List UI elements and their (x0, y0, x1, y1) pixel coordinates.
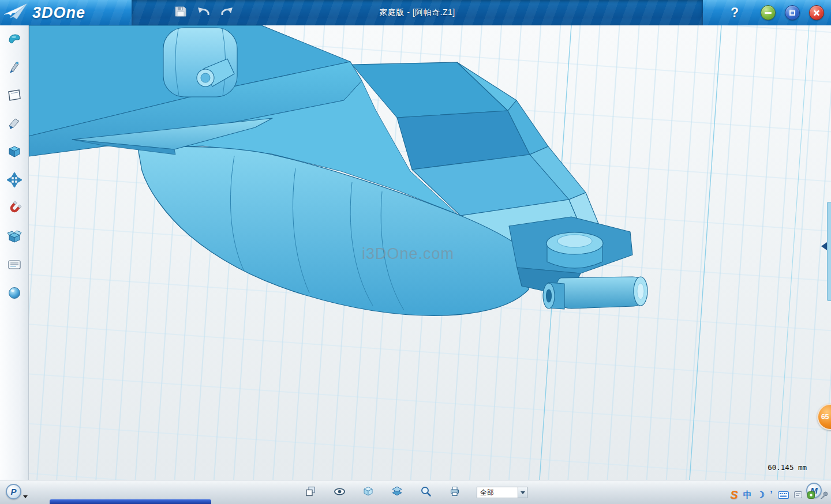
zoom-search-icon (420, 486, 432, 499)
settings-wrench-icon[interactable] (820, 491, 829, 499)
watermark: i3DOne.com (362, 245, 454, 263)
window-title: 家庭版 - [阿帕奇.Z1] (379, 7, 455, 18)
undo-arrow-icon (197, 6, 211, 20)
left-toolbar (0, 25, 29, 480)
sketch-pen-icon (7, 59, 22, 77)
visibility-eye-icon (334, 486, 346, 499)
display-filter-select[interactable]: 全部 (477, 487, 527, 498)
measure-ruler-icon (7, 257, 22, 274)
profile-caret-icon[interactable] (23, 495, 28, 498)
minimize-icon (765, 12, 772, 14)
sidebar-tool-measure[interactable] (6, 258, 23, 273)
material-sphere-icon (7, 285, 22, 303)
move-tool-icon (7, 172, 22, 190)
quick-toolbar (173, 0, 234, 25)
app-logo: 3DOne (3, 0, 85, 25)
sketch-plane-icon (7, 88, 22, 105)
zoom-search-button[interactable] (419, 486, 433, 499)
undo-button[interactable] (196, 5, 211, 20)
model-nose-turret (509, 217, 647, 309)
layers-icon (391, 486, 403, 499)
view-cube-button[interactable] (361, 486, 375, 499)
sidebar-tool-material[interactable] (6, 287, 23, 302)
input-panel-icon[interactable] (794, 491, 802, 498)
primitive-shape-icon (7, 31, 22, 48)
sidebar-tool-sketch-pen[interactable] (6, 61, 23, 76)
help-button[interactable]: ? (726, 0, 743, 25)
sidebar-tool-move[interactable] (6, 174, 23, 189)
solid-feature-cube-icon (7, 144, 22, 161)
datum-plane-icon (305, 486, 316, 499)
view-toolbar: 全部 (304, 480, 527, 504)
view-cube-icon (362, 486, 374, 499)
redo-button[interactable] (219, 5, 234, 20)
right-edge-strip[interactable] (827, 202, 831, 301)
panel-collapse-arrow-icon[interactable] (821, 242, 827, 250)
save-button[interactable] (173, 5, 188, 20)
floppy-save-icon (174, 5, 187, 20)
sidebar-tool-magnet[interactable] (6, 202, 23, 217)
sogou-input-icon[interactable]: S (730, 488, 738, 502)
measurement-label: 60.145 mm (768, 463, 807, 472)
system-tray: S 中 ☽ ’ (730, 487, 829, 502)
brand-text: 3DOne (32, 4, 85, 22)
magnet-constraint-icon (7, 201, 22, 218)
sidebar-tool-solid-feature[interactable] (6, 145, 23, 160)
close-icon (813, 9, 821, 17)
title-bar: 家庭版 - [阿帕奇.Z1] 3DOne (0, 0, 831, 25)
taskbar-peek[interactable] (50, 499, 211, 504)
datum-plane-button[interactable] (304, 486, 317, 499)
plugin-icon[interactable] (807, 491, 815, 499)
fullwidth-moon-icon[interactable]: ☽ (757, 490, 765, 500)
sidebar-tool-primitive[interactable] (6, 32, 23, 47)
layers-button[interactable] (390, 486, 404, 499)
assembly-box-icon (7, 229, 22, 246)
language-indicator[interactable]: 中 (743, 490, 752, 501)
display-filter-value: 全部 (477, 487, 518, 498)
window-controls (761, 5, 824, 20)
viewport[interactable]: i3DOne.com 60.145 mm 65 (29, 25, 831, 480)
app-window: 家庭版 - [阿帕奇.Z1] 3DOne (0, 0, 831, 504)
print-button[interactable] (448, 486, 462, 499)
print-icon (449, 486, 461, 499)
visibility-button[interactable] (332, 486, 346, 499)
soft-keyboard-icon[interactable] (778, 491, 789, 499)
redo-arrow-icon (220, 6, 234, 20)
punctuation-icon[interactable]: ’ (770, 489, 773, 501)
paper-plane-icon (3, 2, 28, 23)
profile-badge[interactable]: P (6, 484, 21, 499)
dropdown-arrow-icon[interactable] (518, 487, 527, 498)
sidebar-tool-sketch-plane[interactable] (6, 89, 23, 104)
restore-icon (789, 10, 795, 16)
minimize-button[interactable] (761, 5, 776, 20)
sidebar-tool-assembly[interactable] (6, 230, 23, 245)
close-button[interactable] (809, 5, 824, 20)
restore-button[interactable] (785, 5, 800, 20)
trim-tool-icon (7, 116, 22, 133)
sidebar-tool-trim[interactable] (6, 117, 23, 132)
